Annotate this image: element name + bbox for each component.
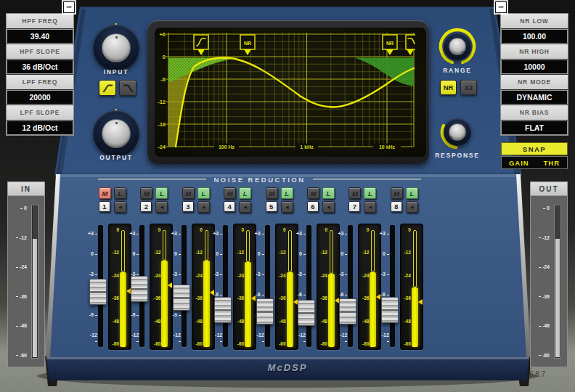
gain-button[interactable]: GAIN [509,159,529,167]
meter-level-segment [555,239,560,358]
fader-handle[interactable] [298,300,315,326]
monitor-button[interactable]: ◄ [322,201,335,213]
nr-mode-label: NR MODE [501,75,568,89]
mute-button[interactable]: M [391,187,403,199]
monitor-button[interactable]: ◄ [114,201,126,213]
hpf-enable-button[interactable] [99,80,116,96]
version-text: 6.8.7 [508,370,566,378]
fader-handle[interactable] [381,297,399,323]
y-tick: -12 [158,99,166,105]
nr-low-value[interactable]: 100.00 [501,29,568,44]
lpf-freq-value[interactable]: 20000 [7,90,73,105]
fader-handle[interactable] [131,276,148,302]
channel-strip: M L 5 ◄ +3 0 -3 -6 -9 -12 0 -12 -24 -36 … [253,183,298,351]
monitor-button[interactable]: ◄ [281,201,293,213]
section-title: NOISE REDUCTION [213,176,305,184]
channel-number: 4 [228,203,232,211]
mute-button[interactable]: M [348,187,361,199]
channel-strip: M L 2 ◄ +3 0 -3 -6 -9 -12 0 -12 -24 -36 … [128,183,173,351]
input-meter: IN 0 -12 -24 -36 -48 -60 [7,181,45,367]
fader-handle[interactable] [339,298,356,324]
monitor-button[interactable]: ◄ [197,201,210,213]
snap-button[interactable]: SNAP [501,142,568,155]
output-meter-track [555,205,560,358]
meter-peak-outline [121,230,125,272]
lpf-curve-icon [123,83,134,93]
fader-handle[interactable] [89,279,107,305]
mute-button[interactable]: M [140,187,152,199]
hpf-freq-value[interactable]: 39.40 [7,29,73,44]
fader-handle[interactable] [256,298,274,324]
knob-indicator-icon [462,52,464,54]
left-panel-collapse-button[interactable]: − [63,1,75,13]
nr-bias-value[interactable]: FLAT [501,121,568,135]
channel-number-button[interactable]: 4 [224,201,235,212]
channel-number: 1 [102,203,106,211]
channel-number-button[interactable]: 3 [182,201,194,212]
listen-button[interactable]: L [406,187,418,199]
lpf-slope-value[interactable]: 12 dB/Oct [7,121,73,135]
fader-handle[interactable] [214,297,232,323]
x2-button[interactable]: X2 [460,80,477,95]
fader-track[interactable] [223,225,228,347]
input-meter-title: IN [7,181,45,196]
channel-number: 7 [353,203,356,211]
hpf-slope-value[interactable]: 36 dB/Oct [7,60,73,74]
range-knob-label: RANGE [428,67,486,74]
meter-peak-outline [246,230,250,262]
nr-high-label: NR HIGH [501,44,568,59]
channel-number-button[interactable]: 2 [140,201,152,212]
listen-button[interactable]: L [322,187,335,199]
listen-button[interactable]: L [239,187,251,199]
channel-number-button[interactable]: 5 [266,201,277,212]
mute-button[interactable]: M [182,187,195,199]
output-meter-title: OUT [530,181,568,196]
listen-button[interactable]: L [281,187,293,199]
thr-button[interactable]: THR [544,159,560,167]
monitor-button[interactable]: ◄ [406,201,418,213]
nr-mode-value[interactable]: DYNAMIC [501,90,568,105]
listen-button[interactable]: L [197,187,210,199]
meter-empty-segment [33,206,37,239]
nr-enable-button[interactable]: NR [440,80,457,95]
listen-button[interactable]: L [364,187,376,199]
listen-button[interactable]: L [114,187,126,199]
input-meter-track [32,205,38,358]
monitor-button[interactable]: ◄ [155,201,168,213]
mute-button[interactable]: M [266,187,278,199]
range-knob[interactable] [444,33,471,60]
output-knob[interactable] [93,110,139,157]
input-knob[interactable] [93,25,139,71]
fader-track[interactable] [265,225,270,347]
mute-button[interactable]: M [307,187,319,199]
fader-track[interactable] [306,225,311,347]
monitor-button[interactable]: ◄ [239,201,251,213]
fader-track[interactable] [390,225,395,347]
meter-peak-outline [330,230,333,274]
hpf-freq-label: HPF FREQ [7,14,73,28]
mute-button[interactable]: M [224,187,236,199]
lpf-freq-label: LPF FREQ [7,75,73,89]
listen-button[interactable]: L [155,187,168,199]
channel-number: 5 [269,203,273,211]
channel-strip: M L 6 ◄ +3 0 -3 -6 -9 -12 0 -12 -24 -36 … [295,183,340,351]
lpf-enable-button[interactable] [119,80,136,96]
right-panel-collapse-button[interactable]: − [495,1,507,13]
fader-handle[interactable] [173,285,190,311]
knob-indicator-icon [115,36,118,38]
resize-handle-icon [565,382,574,391]
channel-number-button[interactable]: 7 [348,201,360,212]
response-display: NR NR +6 0 -6 -12 -18 -24 100 Hz 1 [155,28,426,157]
monitor-button[interactable]: ◄ [364,201,376,213]
meter-fill [412,287,418,347]
threshold-arrow-icon[interactable] [418,299,423,305]
mute-button[interactable]: M [99,187,111,199]
channel-number-button[interactable]: 6 [307,201,319,212]
channel-number-button[interactable]: 8 [391,201,402,212]
channel-number-button[interactable]: 1 [99,201,110,212]
fader-track[interactable] [348,225,353,347]
input-knob-label: INPUT [87,68,145,75]
nr-high-value[interactable]: 10000 [501,60,568,74]
response-knob[interactable] [444,118,471,146]
knob-indicator-icon [450,136,452,139]
